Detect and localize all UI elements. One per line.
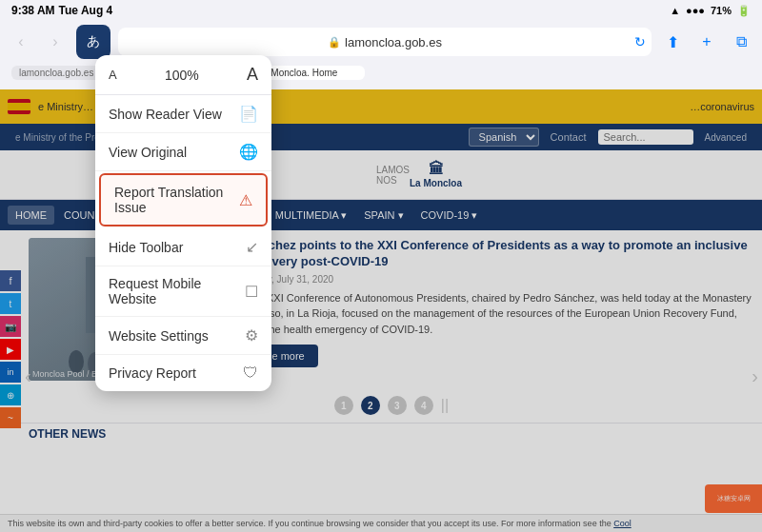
new-tab-button[interactable]: + bbox=[693, 29, 720, 55]
menu-item-privacy[interactable]: Privacy Report 🛡 bbox=[95, 355, 271, 391]
wifi-icon: ▲ bbox=[670, 5, 680, 16]
tabs-button[interactable]: ⧉ bbox=[728, 29, 754, 55]
battery: 71% bbox=[711, 5, 732, 16]
menu-item-original[interactable]: View Original 🌐 bbox=[95, 133, 271, 171]
report-issue-icon: ⚠ bbox=[236, 191, 252, 209]
menu-item-label-mobile: Request Mobile Website bbox=[109, 276, 232, 306]
menu-item-label-report: Report Translation Issue bbox=[114, 185, 229, 215]
menu-item-label-original: View Original bbox=[109, 145, 187, 160]
font-size-small-label[interactable]: A bbox=[109, 68, 117, 82]
menu-item-mobile[interactable]: Request Mobile Website ☐ bbox=[95, 266, 271, 317]
translate-popup: A 100% A Show Reader View 📄 View Origina… bbox=[95, 55, 271, 391]
reader-view-icon: 📄 bbox=[237, 105, 258, 123]
menu-item-label-hide: Hide Toolbar bbox=[109, 240, 183, 255]
status-bar: 9:38 AM Tue Aug 4 ▲ ●●● 71% 🔋 bbox=[0, 0, 762, 21]
menu-item-label-reader: Show Reader View bbox=[109, 107, 222, 122]
menu-item-report[interactable]: Report Translation Issue ⚠ bbox=[99, 173, 268, 227]
menu-item-label-privacy: Privacy Report bbox=[109, 365, 196, 381]
font-size-large-label[interactable]: A bbox=[247, 65, 258, 85]
date: Tue Aug 4 bbox=[59, 4, 113, 17]
forward-button[interactable]: › bbox=[42, 29, 69, 55]
share-button[interactable]: ⬆ bbox=[659, 29, 686, 55]
menu-item-settings[interactable]: Website Settings ⚙ bbox=[95, 317, 271, 355]
signal-icon: ●●● bbox=[686, 5, 705, 16]
menu-item-hide[interactable]: Hide Toolbar ↙ bbox=[95, 228, 271, 266]
url-text: lamoncloa.gob.es bbox=[345, 35, 442, 49]
font-size-percent: 100% bbox=[127, 68, 237, 83]
privacy-icon: 🛡 bbox=[237, 365, 258, 382]
back-button[interactable]: ‹ bbox=[8, 29, 34, 55]
refresh-button[interactable]: ↻ bbox=[634, 34, 646, 49]
tab-label-0: lamoncloa.gob.es bbox=[19, 68, 93, 78]
lock-icon: 🔒 bbox=[328, 36, 341, 49]
menu-item-label-settings: Website Settings bbox=[109, 328, 209, 344]
view-original-icon: 🌐 bbox=[237, 143, 258, 161]
time: 9:38 AM bbox=[11, 4, 55, 17]
menu-item-reader[interactable]: Show Reader View 📄 bbox=[95, 95, 271, 133]
mobile-website-icon: ☐ bbox=[240, 283, 258, 301]
font-size-toolbar: A 100% A bbox=[95, 55, 271, 95]
battery-icon: 🔋 bbox=[737, 5, 751, 17]
translate-icon[interactable]: あ bbox=[76, 25, 110, 59]
hide-toolbar-icon: ↙ bbox=[237, 238, 258, 256]
settings-icon: ⚙ bbox=[237, 326, 258, 345]
address-bar[interactable]: 🔒 lamoncloa.gob.es ↻ bbox=[118, 28, 652, 56]
